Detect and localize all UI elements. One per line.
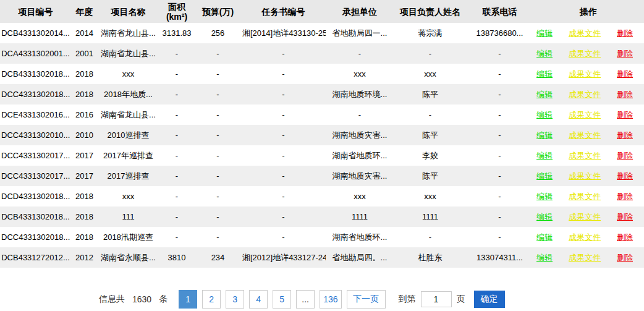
cell-phone: - xyxy=(467,104,533,125)
table-row: DCC4331302017... 2017 2017年巡排查 - - - 湖南省… xyxy=(0,145,644,166)
edit-link[interactable]: 编辑 xyxy=(536,191,553,202)
page-ellipsis[interactable]: ... xyxy=(296,290,315,309)
result-file-link[interactable]: 成果文件 xyxy=(569,150,601,161)
operations-links: 编辑 成果文件 删除 xyxy=(534,191,643,202)
delete-link[interactable]: 删除 xyxy=(617,89,633,100)
delete-link[interactable]: 删除 xyxy=(617,28,633,39)
page-button-2[interactable]: 2 xyxy=(202,290,221,309)
table-header-row: 项目编号 年度 项目名称 面积 (km²) 预算(万) 任务书编号 承担单位 项… xyxy=(0,0,644,23)
cell-operations: 编辑 成果文件 删除 xyxy=(533,125,644,145)
cell-task-number: - xyxy=(241,227,326,247)
cell-area: - xyxy=(159,207,195,227)
cell-area: - xyxy=(159,227,195,247)
edit-link[interactable]: 编辑 xyxy=(536,89,553,100)
cell-unit: - xyxy=(326,104,394,125)
page-button-1[interactable]: 1 xyxy=(179,290,197,309)
cell-operations: 编辑 成果文件 删除 xyxy=(533,247,644,268)
cell-year: 2012 xyxy=(71,247,98,268)
result-file-link[interactable]: 成果文件 xyxy=(569,109,601,121)
result-file-link[interactable]: 成果文件 xyxy=(569,48,601,59)
cell-year: 2018 xyxy=(71,227,98,247)
delete-link[interactable]: 删除 xyxy=(617,109,633,121)
result-file-link[interactable]: 成果文件 xyxy=(569,130,601,141)
page-button-5[interactable]: 5 xyxy=(273,290,291,309)
operations-links: 编辑 成果文件 删除 xyxy=(534,48,643,59)
edit-link[interactable]: 编辑 xyxy=(536,69,553,80)
edit-link[interactable]: 编辑 xyxy=(536,150,553,161)
cell-unit: 湖南地质环境... xyxy=(326,84,394,104)
table-row: DCB4331302018... 2018 xxx - - - xxx xxx … xyxy=(0,64,644,84)
cell-phone: 138736680... xyxy=(467,23,533,43)
delete-link[interactable]: 删除 xyxy=(617,171,633,182)
delete-link[interactable]: 删除 xyxy=(617,191,633,202)
cell-unit: 省地勘局四。... xyxy=(326,247,394,268)
edit-link[interactable]: 编辑 xyxy=(536,232,553,243)
result-file-link[interactable]: 成果文件 xyxy=(569,69,601,80)
delete-link[interactable]: 删除 xyxy=(617,232,633,243)
delete-link[interactable]: 删除 xyxy=(617,150,633,161)
cell-leader-name: - xyxy=(394,227,467,247)
cell-area: - xyxy=(159,64,195,84)
cell-leader-name: 1111 xyxy=(394,207,467,227)
delete-link[interactable]: 删除 xyxy=(617,211,633,223)
info-total-label: 信息共 xyxy=(99,294,125,305)
edit-link[interactable]: 编辑 xyxy=(536,171,553,182)
result-file-link[interactable]: 成果文件 xyxy=(569,89,601,100)
cell-budget: - xyxy=(195,186,241,207)
edit-link[interactable]: 编辑 xyxy=(536,28,553,39)
cell-unit: 湖南省地质环... xyxy=(326,145,394,166)
delete-link[interactable]: 删除 xyxy=(617,130,633,141)
cell-budget: - xyxy=(195,145,241,166)
operations-links: 编辑 成果文件 删除 xyxy=(534,69,643,80)
cell-project-code: DCB4331302018... xyxy=(0,207,71,227)
page-button-4[interactable]: 4 xyxy=(249,290,268,309)
delete-link[interactable]: 删除 xyxy=(617,48,633,59)
edit-link[interactable]: 编辑 xyxy=(536,211,553,223)
edit-link[interactable]: 编辑 xyxy=(536,252,553,263)
edit-link[interactable]: 编辑 xyxy=(536,48,553,59)
cell-task-number: - xyxy=(241,84,326,104)
cell-project-name: 2017巡排查 xyxy=(98,166,159,186)
result-file-link[interactable]: 成果文件 xyxy=(569,191,601,202)
cell-leader-name: 蒋宗满 xyxy=(394,23,467,43)
column-header-phone: 联系电话 xyxy=(467,0,533,23)
table-row: DCC4331302018... 2018 2018汛期巡查 - - - 湖南省… xyxy=(0,227,644,247)
cell-operations: 编辑 成果文件 删除 xyxy=(533,104,644,125)
result-file-link[interactable]: 成果文件 xyxy=(569,171,601,182)
edit-link[interactable]: 编辑 xyxy=(536,130,553,141)
cell-project-code: DCE4331302016... xyxy=(0,104,71,125)
result-file-link[interactable]: 成果文件 xyxy=(569,28,601,39)
cell-year: 2018 xyxy=(71,64,98,84)
cell-unit: xxx xyxy=(326,64,394,84)
edit-link[interactable]: 编辑 xyxy=(536,109,553,121)
cell-leader-name: xxx xyxy=(394,64,467,84)
cell-phone: - xyxy=(467,43,533,64)
operations-links: 编辑 成果文件 删除 xyxy=(534,232,643,243)
cell-task-number: - xyxy=(241,64,326,84)
operations-links: 编辑 成果文件 删除 xyxy=(534,211,643,223)
cell-project-code: DCC4331302018... xyxy=(0,227,71,247)
cell-area: - xyxy=(159,125,195,145)
delete-link[interactable]: 删除 xyxy=(617,69,633,80)
confirm-button[interactable]: 确定 xyxy=(474,291,505,308)
cell-project-name: 湖南省龙山县... xyxy=(98,23,159,43)
result-file-link[interactable]: 成果文件 xyxy=(569,211,601,223)
goto-page-unit-label: 页 xyxy=(457,294,465,305)
cell-leader-name: 陈平 xyxy=(394,125,467,145)
cell-budget: - xyxy=(195,43,241,64)
cell-task-number: - xyxy=(241,43,326,64)
cell-project-name: 111 xyxy=(98,207,159,227)
page-button-3[interactable]: 3 xyxy=(226,290,244,309)
next-page-button[interactable]: 下一页 xyxy=(347,290,386,309)
goto-page-input[interactable] xyxy=(421,291,452,307)
cell-operations: 编辑 成果文件 删除 xyxy=(533,145,644,166)
cell-leader-name: - xyxy=(394,43,467,64)
delete-link[interactable]: 删除 xyxy=(617,252,633,263)
page-button-136[interactable]: 136 xyxy=(320,290,341,309)
cell-task-number: 湘[2014]地详433130-25 xyxy=(241,23,326,43)
table-row: DCC4331302017... 2017 2017巡排查 - - - 湖南地质… xyxy=(0,166,644,186)
result-file-link[interactable]: 成果文件 xyxy=(569,252,601,263)
cell-unit: 湖南地质灾害... xyxy=(326,125,394,145)
result-file-link[interactable]: 成果文件 xyxy=(569,232,601,243)
cell-task-number: - xyxy=(241,207,326,227)
